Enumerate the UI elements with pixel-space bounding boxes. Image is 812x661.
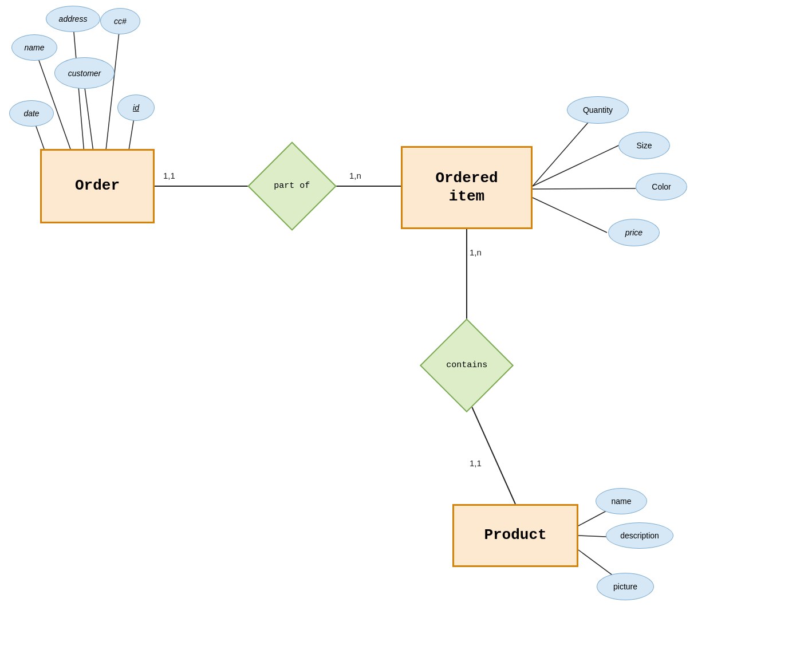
attr-oi-price: price (608, 219, 660, 246)
attr-order-name: name (11, 34, 57, 61)
attr-prod-picture: picture (597, 573, 654, 600)
attr-order-address: address (46, 6, 100, 32)
attr-order-customer: customer (54, 57, 115, 89)
svg-line-7 (106, 22, 120, 150)
svg-line-13 (533, 198, 607, 233)
attr-oi-quantity: Quantity (567, 96, 629, 124)
attr-prod-description: description (606, 522, 673, 549)
svg-line-3 (467, 395, 515, 504)
cardinality-partof-oi: 1,n (349, 171, 361, 180)
svg-line-6 (73, 19, 85, 160)
attr-order-cc: cc# (100, 8, 140, 34)
attr-oi-color: Color (636, 173, 687, 200)
entity-ordered-item: Ordered item (401, 146, 533, 229)
cardinality-contains-product: 1,1 (470, 458, 482, 468)
svg-line-11 (533, 145, 618, 186)
attr-oi-size: Size (618, 132, 670, 159)
attr-order-date: date (9, 100, 54, 127)
attr-order-id: id (117, 95, 155, 121)
entity-order: Order (40, 149, 155, 223)
attr-prod-name: name (596, 488, 647, 514)
cardinality-oi-contains: 1,n (470, 247, 482, 257)
cardinality-order-part: 1,1 (163, 171, 175, 180)
entity-product: Product (452, 504, 578, 567)
svg-line-10 (533, 114, 596, 186)
svg-line-12 (533, 188, 636, 189)
